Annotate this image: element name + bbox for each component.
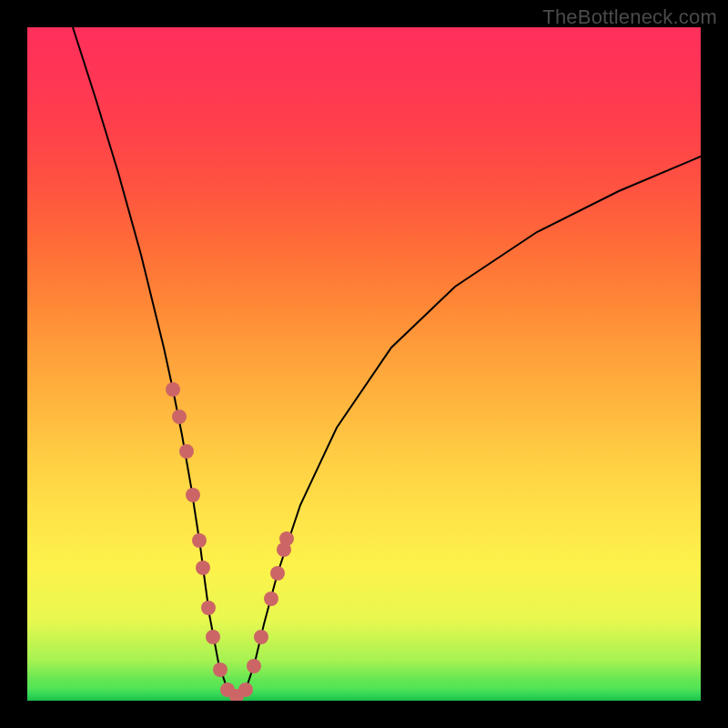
data-bead (264, 592, 278, 606)
data-bead (206, 630, 220, 644)
data-bead (213, 662, 228, 677)
data-bead (201, 601, 216, 615)
data-bead (270, 566, 285, 581)
bottleneck-curve-svg (27, 27, 701, 701)
data-bead (247, 659, 261, 673)
data-bead (279, 531, 294, 546)
data-bead (186, 488, 200, 502)
data-bead (254, 630, 268, 644)
data-bead (172, 410, 187, 424)
data-bead (238, 682, 253, 697)
bottleneck-curve-line (73, 27, 701, 696)
chart-frame: TheBottleneck.com (0, 0, 728, 728)
watermark-text: TheBottleneck.com (542, 5, 717, 29)
data-beads-group (166, 382, 294, 701)
data-bead (192, 533, 207, 548)
data-bead (166, 382, 180, 397)
data-bead (196, 561, 210, 575)
data-bead (179, 444, 194, 459)
